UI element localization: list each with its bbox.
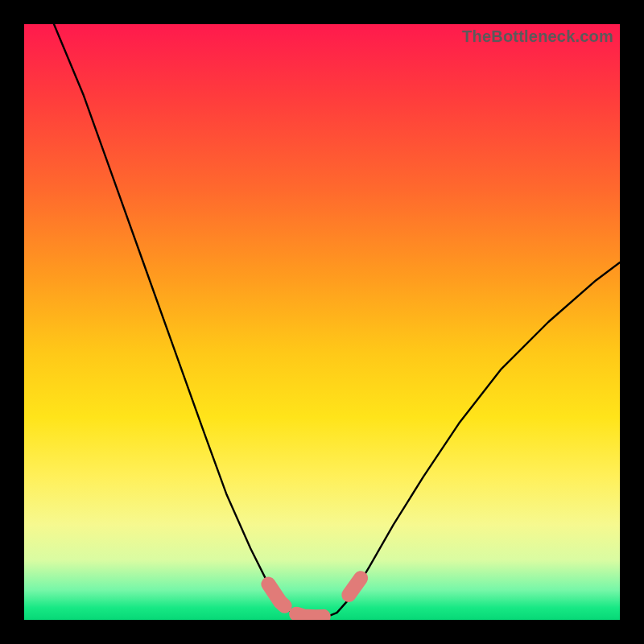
optimal-range-highlight-extra	[349, 578, 361, 595]
bottleneck-curve	[54, 24, 620, 617]
chart-frame: TheBottleneck.com	[0, 0, 644, 644]
watermark-text: TheBottleneck.com	[462, 27, 613, 46]
chart-svg	[24, 24, 620, 620]
plot-area: TheBottleneck.com	[24, 24, 620, 620]
optimal-range-highlight	[268, 584, 336, 617]
